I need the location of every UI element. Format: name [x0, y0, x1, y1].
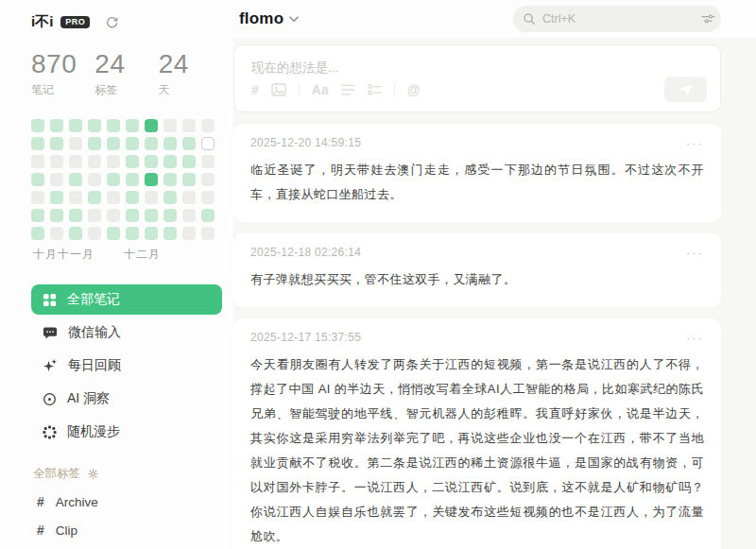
heatmap-month-labels: 十月十一月 十二月 [31, 247, 222, 262]
heatmap-cell [145, 155, 158, 168]
stat-tags[interactable]: 24 标签 [94, 49, 158, 98]
sidebar-menu: 全部笔记 微信输入 每日回顾 [31, 284, 222, 447]
tag-tool-icon[interactable]: # [251, 83, 259, 96]
heatmap-cell [50, 191, 63, 204]
stat-value: 870 [31, 49, 94, 79]
heatmap-cell [201, 209, 215, 222]
tag-item-clip[interactable]: # Clip [31, 516, 222, 544]
note-content: 临近圣诞了，明天带娃去澳门走走，感受一下那边的节日氛围。不过这次不开车，直接从蛇… [250, 158, 704, 207]
tag-item-archive[interactable]: # Archive [31, 488, 222, 516]
main-area: flomo 现在的想法是... # [233, 0, 756, 549]
sidebar-item-label: 随机漫步 [67, 423, 120, 440]
search-input[interactable] [542, 12, 695, 26]
heatmap-cell [145, 119, 158, 132]
tag-label: Archive [56, 495, 98, 509]
hash-icon: # [37, 494, 44, 509]
heatmap-cell [182, 227, 196, 240]
heatmap-cell [201, 191, 215, 204]
heatmap-cell [163, 137, 177, 150]
sidebar-item-daily-review[interactable]: 每日回顾 [31, 351, 222, 381]
heatmap-cell [163, 119, 177, 132]
heatmap-cell [69, 191, 82, 204]
heatmap-cell [69, 227, 82, 240]
chevron-down-icon [289, 16, 299, 23]
heatmap-cell [107, 209, 120, 222]
gear-icon[interactable] [88, 469, 98, 479]
heatmap-cell [126, 119, 139, 132]
note-timestamp: 2025-12-20 14:59:15 [250, 136, 361, 149]
stat-label: 笔记 [31, 82, 94, 98]
chat-icon [43, 326, 58, 340]
heatmap-cell [182, 209, 196, 222]
sidebar-item-random-walk[interactable]: 随机漫步 [31, 417, 222, 447]
heatmap-cell [126, 209, 139, 222]
tags-header-label: 全部标签 [33, 466, 80, 482]
more-icon[interactable]: ··· [686, 247, 704, 259]
heatmap-cell [107, 227, 120, 240]
month-label: 十月十一月 [33, 247, 94, 263]
stat-days[interactable]: 24 天 [159, 49, 222, 98]
mention-tool-icon[interactable]: @ [407, 83, 421, 96]
sidebar-item-all-notes[interactable]: 全部笔记 [31, 284, 222, 315]
heatmap-cell [31, 119, 44, 132]
more-icon[interactable]: ··· [686, 332, 704, 344]
heatmap-cell [163, 191, 177, 204]
heatmap-cell [88, 227, 101, 240]
format-tool-icon[interactable]: Aa [312, 83, 329, 96]
grid-icon [43, 293, 57, 307]
note-header: 2025-12-20 14:59:15 ··· [250, 136, 704, 149]
more-icon[interactable]: ··· [686, 137, 704, 149]
user-row[interactable]: i不i PRO [31, 11, 222, 32]
heatmap-cell [145, 209, 158, 222]
heatmap-cell [31, 227, 44, 240]
tag-item-dayone[interactable]: # DayOne [31, 544, 222, 549]
pro-badge: PRO [60, 16, 90, 28]
sidebar-item-wechat-input[interactable]: 微信输入 [31, 317, 222, 348]
heatmap-cell [126, 137, 139, 150]
heatmap-cell [69, 155, 82, 168]
sparkles-icon [43, 358, 58, 373]
filter-icon[interactable] [701, 13, 715, 25]
tag-list: # Archive # Clip # DayOne # ing # Now [31, 488, 222, 549]
heatmap-cell [126, 155, 139, 168]
heatmap-cell [31, 209, 44, 222]
sidebar-item-ai-insight[interactable]: AI 洞察 [31, 384, 222, 414]
list-tool-icon[interactable] [341, 84, 355, 95]
note-card: 2025-12-20 14:59:15 ··· 临近圣诞了，明天带娃去澳门走走，… [233, 124, 721, 222]
heatmap-cell [50, 155, 63, 168]
heatmap-cell [145, 227, 158, 240]
heatmap-cell [88, 155, 101, 168]
sync-icon[interactable] [105, 15, 119, 29]
heatmap-cell [31, 191, 44, 204]
heatmap-cell [107, 191, 120, 204]
heatmap-cell [88, 119, 101, 132]
stat-notes[interactable]: 870 笔记 [31, 49, 94, 98]
notes-content: 现在的想法是... # Aa [233, 38, 756, 549]
tags-header[interactable]: 全部标签 [33, 466, 222, 482]
logo-menu[interactable]: flomo [239, 9, 299, 28]
heatmap-grid [31, 119, 222, 240]
image-tool-icon[interactable] [271, 83, 286, 96]
composer-placeholder[interactable]: 现在的想法是... [251, 60, 707, 77]
heatmap-cell [107, 173, 120, 186]
heatmap-cell [126, 227, 139, 240]
search-box[interactable] [513, 6, 721, 32]
toolbar-divider [299, 83, 300, 95]
checklist-tool-icon[interactable] [368, 84, 382, 95]
main-header: flomo [233, 0, 756, 38]
heatmap-cell [50, 119, 63, 132]
month-label: 十二月 [124, 247, 161, 263]
send-button[interactable] [664, 77, 707, 102]
note-card: 2025-12-17 15:37:55 ··· 今天看朋友圈有人转发了两条关于江… [233, 318, 721, 549]
sidebar-item-label: 全部笔记 [67, 291, 120, 308]
stat-value: 24 [94, 49, 158, 79]
note-header: 2025-12-18 02:26:14 ··· [250, 246, 704, 259]
heatmap-cell [201, 173, 215, 186]
note-timestamp: 2025-12-18 02:26:14 [250, 246, 361, 259]
heatmap-cell [69, 137, 82, 150]
note-composer[interactable]: 现在的想法是... # Aa [233, 44, 721, 112]
tag-label: Clip [56, 523, 77, 538]
heatmap-cell [31, 155, 44, 168]
heatmap-cell [107, 155, 120, 168]
activity-heatmap: 十月十一月 十二月 [31, 119, 222, 262]
